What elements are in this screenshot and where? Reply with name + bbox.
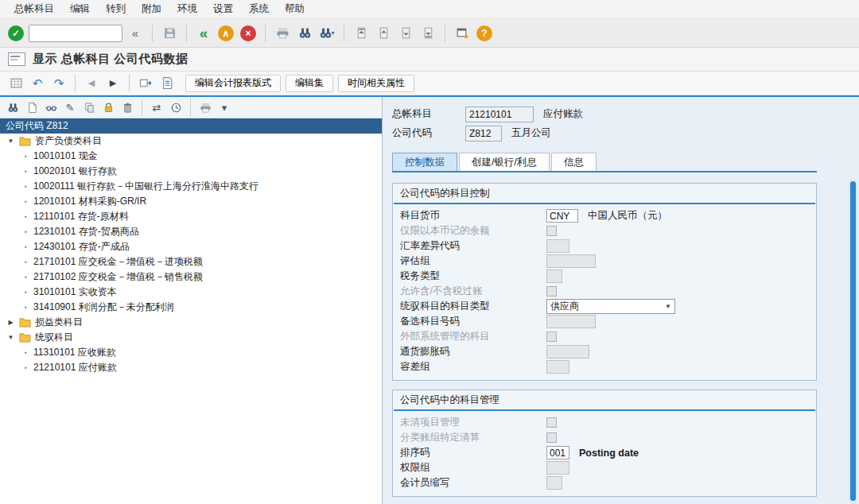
menu-item-总帐科目[interactable]: 总帐科目: [6, 0, 62, 18]
field-input[interactable]: CNY: [546, 209, 578, 223]
chevron-right-icon[interactable]: ▶: [6, 319, 15, 326]
cancel-button[interactable]: ×: [239, 24, 258, 43]
change-icon: ✎: [66, 103, 75, 113]
tree-folder[interactable]: ▼资产负债类科目: [0, 134, 382, 149]
find-button[interactable]: [295, 24, 314, 43]
tree-item[interactable]: ▪10010101 现金: [0, 149, 382, 164]
tree-item[interactable]: ▪12110101 存货-原材料: [0, 209, 382, 224]
menu-item-环境[interactable]: 环境: [169, 0, 205, 18]
print-button[interactable]: [273, 24, 292, 43]
change-button[interactable]: ✎: [61, 99, 79, 116]
undo-button[interactable]: ↶: [28, 75, 47, 92]
tree-item[interactable]: ▪10020101 银行存款: [0, 164, 382, 179]
app-toolbar-button-编辑集[interactable]: 编辑集: [286, 75, 333, 92]
chevron-down-icon[interactable]: ▼: [6, 334, 15, 341]
next-button[interactable]: ▶: [103, 75, 122, 92]
tree-folder[interactable]: ▼统驭科目: [0, 330, 382, 345]
company-code-field[interactable]: Z812: [465, 126, 502, 142]
field-input[interactable]: [546, 315, 596, 328]
tree-item[interactable]: ▪21710101 应交税金－增值税－进项税额: [0, 254, 382, 269]
recon-account-type-select[interactable]: 供应商▼: [546, 299, 675, 314]
enter-icon: ✓: [8, 25, 24, 41]
standard-toolbar: ✓««∧×▾★?: [0, 19, 859, 48]
field-input[interactable]: [546, 461, 569, 475]
field-input[interactable]: [546, 345, 589, 359]
create-button[interactable]: [23, 99, 41, 116]
block-button[interactable]: [99, 99, 117, 116]
enter-button[interactable]: ✓: [6, 24, 25, 43]
tree-item[interactable]: ▪21710102 应交税金－增值税－销售税额: [0, 269, 382, 285]
field-label: 容差组: [400, 360, 546, 374]
last-page-button[interactable]: [418, 24, 437, 43]
menu-item-设置[interactable]: 设置: [205, 0, 241, 18]
tab-信息[interactable]: 信息: [551, 153, 597, 171]
tree-item[interactable]: ▪31410901 利润分配－未分配利润: [0, 300, 382, 315]
display-change-button[interactable]: [136, 75, 155, 92]
display-button[interactable]: [42, 99, 60, 116]
prev-button[interactable]: ◀: [82, 75, 101, 92]
vertical-scrollbar[interactable]: [849, 180, 857, 504]
command-field[interactable]: [29, 25, 122, 42]
tree-item[interactable]: ▪10020111 银行存款－中国银行上海分行淮海中路支行: [0, 179, 382, 194]
copy-button[interactable]: [80, 99, 98, 116]
screen-menu-icon[interactable]: [8, 52, 25, 66]
menu-item-系统[interactable]: 系统: [241, 0, 277, 18]
field-input[interactable]: [546, 254, 596, 268]
toolbar-separator: [344, 25, 344, 42]
dropdown-button[interactable]: ▾: [216, 99, 233, 116]
grid-button[interactable]: [6, 75, 25, 92]
exit-icon: ∧: [218, 25, 234, 41]
field-input[interactable]: 001: [546, 446, 569, 459]
chevron-down-icon: ▼: [665, 303, 671, 310]
gl-account-label: 总帐科目: [392, 107, 465, 121]
redo-button[interactable]: ↷: [49, 75, 68, 92]
help-button[interactable]: ?: [475, 24, 494, 43]
find-button[interactable]: [4, 99, 21, 116]
print-small-button[interactable]: [196, 99, 214, 116]
swap-button[interactable]: ⇄: [148, 99, 165, 116]
field-input[interactable]: [546, 239, 569, 253]
first-page-button[interactable]: [352, 24, 371, 43]
save-button[interactable]: [160, 24, 179, 43]
tree-item[interactable]: ▪12010101 材料采购-GR/IR: [0, 194, 382, 209]
menu-item-附加[interactable]: 附加: [134, 0, 169, 18]
tab-创建/银行/利息[interactable]: 创建/银行/利息: [459, 153, 550, 171]
tree-node-label: 31010101 实收资本: [33, 285, 117, 299]
exit-button[interactable]: ∧: [216, 24, 235, 43]
tree-item[interactable]: ▪12430101 存货-产成品: [0, 239, 382, 254]
tree-item[interactable]: ▪11310101 应收账款: [0, 345, 382, 360]
checkbox: [546, 286, 557, 297]
grid-icon: [10, 76, 23, 90]
app-toolbar-button-时间相关属性[interactable]: 时间相关属性: [338, 75, 414, 92]
tree-item[interactable]: ▪12310101 存货-贸易商品: [0, 224, 382, 239]
tree-item[interactable]: ▪31010101 实收资本: [0, 285, 382, 300]
field-label: 会计员缩写: [400, 476, 546, 490]
page-up-button[interactable]: [374, 24, 393, 43]
find-next-button[interactable]: ▾: [317, 24, 336, 43]
field-label: 备选科目号码: [400, 315, 546, 328]
delete-button[interactable]: [119, 99, 136, 116]
field-input[interactable]: [546, 476, 562, 490]
chevron-down-icon[interactable]: ▼: [6, 138, 15, 145]
tree-folder[interactable]: ▶损益类科目: [0, 315, 382, 330]
menu-item-编辑[interactable]: 编辑: [62, 0, 98, 18]
field-input[interactable]: [546, 360, 569, 374]
tree-item[interactable]: ▪21210101 应付账款: [0, 360, 382, 375]
collapse-button[interactable]: «: [126, 24, 145, 43]
doc-lines-button[interactable]: [157, 75, 177, 92]
scrollbar-thumb[interactable]: [850, 181, 856, 501]
time-button[interactable]: [167, 99, 185, 116]
tab-控制数据[interactable]: 控制数据: [392, 153, 457, 171]
back-button[interactable]: «: [194, 24, 213, 43]
new-session-button[interactable]: ★: [453, 24, 472, 43]
field-control: 供应商▼: [546, 299, 675, 314]
page-down-button[interactable]: [396, 24, 415, 43]
menu-item-转到[interactable]: 转到: [98, 0, 134, 18]
menu-item-帮助[interactable]: 帮助: [277, 0, 313, 18]
field-label: 科目货币: [400, 209, 546, 223]
app-toolbar-button-编辑会计报表版式[interactable]: 编辑会计报表版式: [185, 75, 281, 92]
tree-root-company-code[interactable]: 公司代码 Z812: [0, 118, 382, 134]
form-sections: 公司代码的科目控制科目货币CNY中国人民币（元）仅限以本币记的余额汇率差异代码评…: [392, 183, 840, 504]
field-input[interactable]: [546, 269, 562, 283]
gl-account-field[interactable]: 21210101: [465, 107, 534, 122]
